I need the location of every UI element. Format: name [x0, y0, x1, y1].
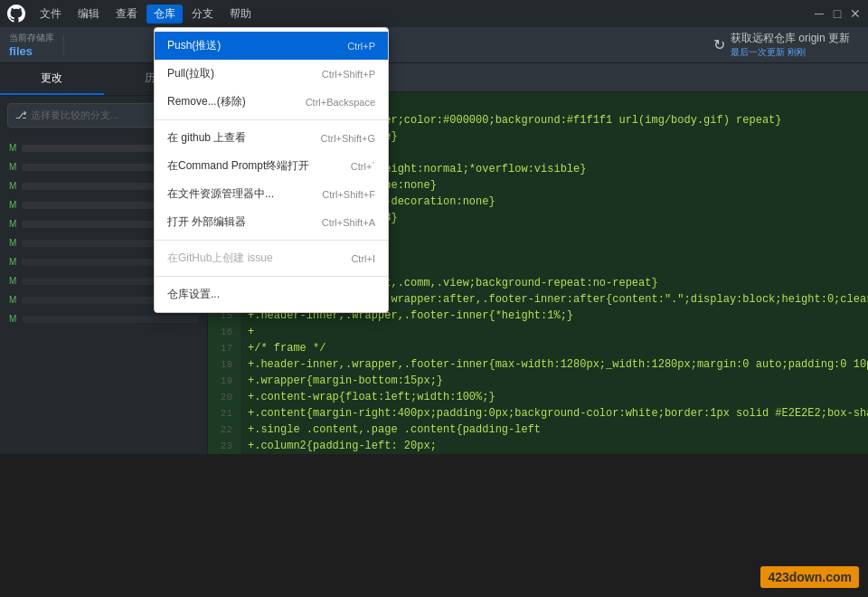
menu-entry-1[interactable]: Pull(拉取)Ctrl+Shift+P: [155, 60, 388, 88]
menu-entry-3[interactable]: 在 github 上查看Ctrl+Shift+G: [155, 124, 388, 152]
menu-entry-label: 在 github 上查看: [167, 130, 246, 146]
menu-entry-4[interactable]: 在Command Prompt终端打开Ctrl+`: [155, 152, 388, 180]
menu-separator: [155, 240, 388, 241]
watermark: 423down.com: [760, 566, 859, 588]
menu-entry-label: 打开 外部编辑器: [167, 214, 246, 230]
menu-separator: [155, 276, 388, 277]
menu-entry-label: 在文件资源管理器中...: [167, 186, 274, 202]
menu-entry-shortcut: Ctrl+Shift+G: [320, 133, 375, 144]
menu-entry-label: Push(推送): [167, 38, 221, 53]
dropdown-overlay: Push(推送)Ctrl+PPull(拉取)Ctrl+Shift+PRemove…: [0, 0, 868, 597]
menu-entry-shortcut: Ctrl+`: [351, 161, 375, 172]
menu-entry-5[interactable]: 在文件资源管理器中...Ctrl+Shift+F: [155, 180, 388, 208]
menu-entry-label: 在GitHub上创建 issue: [167, 251, 273, 266]
menu-entry-shortcut: Ctrl+Backspace: [306, 97, 375, 108]
menu-entry-shortcut: Ctrl+Shift+F: [322, 189, 375, 200]
menu-entry-label: Remove...(移除): [167, 94, 246, 109]
menu-entry-label: 仓库设置...: [167, 287, 220, 302]
menu-entry-0[interactable]: Push(推送)Ctrl+P: [155, 32, 388, 60]
menu-separator: [155, 119, 388, 120]
menu-entry-shortcut: Ctrl+Shift+P: [322, 69, 375, 80]
menu-entry-shortcut: Ctrl+Shift+A: [322, 217, 375, 228]
menu-entry-2[interactable]: Remove...(移除)Ctrl+Backspace: [155, 88, 388, 116]
menu-entry-label: Pull(拉取): [167, 66, 214, 81]
menu-entry-8[interactable]: 仓库设置...: [155, 280, 388, 308]
menu-entry-label: 在Command Prompt终端打开: [167, 158, 309, 174]
menu-entry-7: 在GitHub上创建 issueCtrl+I: [155, 244, 388, 272]
menu-entry-shortcut: Ctrl+I: [351, 253, 375, 264]
dropdown-menu: Push(推送)Ctrl+PPull(拉取)Ctrl+Shift+PRemove…: [154, 27, 389, 313]
menu-entry-6[interactable]: 打开 外部编辑器Ctrl+Shift+A: [155, 208, 388, 236]
menu-entry-shortcut: Ctrl+P: [347, 41, 375, 52]
